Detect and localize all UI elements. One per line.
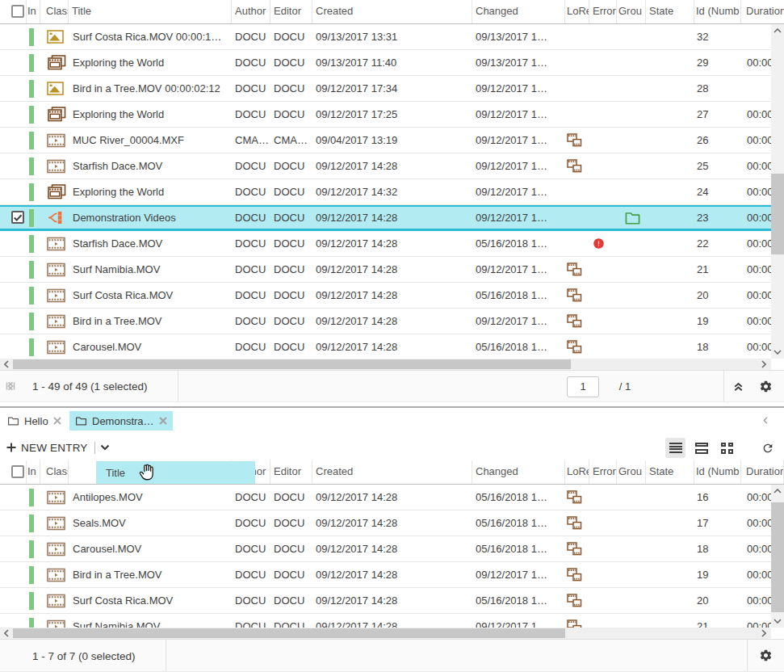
in-cell [27,231,40,256]
error-cell [589,485,617,510]
column-header-duration[interactable]: Duration [741,460,784,484]
close-icon[interactable] [53,414,61,428]
table-row[interactable]: Bird in a Tree.MOV DOCU DOCU 09/12/2017 … [0,309,784,334]
horizontal-scrollbar[interactable] [0,628,771,639]
scroll-left-arrow-icon[interactable] [1,359,12,370]
collapse-panel-button[interactable] [727,371,749,401]
tab-hello[interactable]: Hello [2,411,67,430]
table-row[interactable]: Starfish Dace.MOV DOCU DOCU 09/12/2017 1… [0,153,784,179]
column-header-class[interactable]: Class [40,0,69,23]
table-row[interactable]: Surf Costa Rica.MOV 00:00:1… DOCU DOCU 0… [0,24,784,50]
scrollbar-thumb[interactable] [771,502,784,612]
table-row[interactable]: Exploring the World DOCU DOCU 09/13/2017… [0,50,784,76]
checkbox-cell [0,588,27,613]
column-header-in[interactable]: In [27,0,40,23]
lowres-cell [565,614,589,628]
table-row[interactable]: Exploring the World DOCU DOCU 09/12/2017… [0,179,784,205]
table-row[interactable]: Surf Namibia.MOV DOCU DOCU 09/12/2017 14… [0,614,784,628]
scroll-down-arrow-icon[interactable] [771,346,784,358]
table-row[interactable]: Antilopes.MOV DOCU DOCU 09/12/2017 14:28… [0,485,784,510]
table-row[interactable]: Exploring the World DOCU DOCU 09/12/2017… [0,102,784,128]
horizontal-scrollbar[interactable] [0,359,771,370]
list-view-button[interactable] [665,438,685,458]
lowres-proxy-icon [567,516,582,530]
column-header-changed[interactable]: Changed [472,0,565,23]
column-header-editor[interactable]: Editor [270,0,312,23]
in-marker-bar [29,183,34,201]
vertical-scrollbar[interactable] [771,485,784,628]
panel-splitter[interactable] [0,406,784,408]
select-all-checkbox[interactable] [11,465,24,478]
column-header-created[interactable]: Created [312,0,472,23]
folder-icon [624,211,641,225]
created-cell: 09/12/2017 14:28 [312,205,472,230]
column-header-author[interactable]: Author [232,0,270,23]
table-row[interactable]: Starfish Dace.MOV DOCU DOCU 09/12/2017 1… [0,231,784,257]
column-header-in[interactable]: In [27,460,40,484]
lowres-proxy-icon [567,262,582,276]
settings-button[interactable] [754,371,777,401]
scroll-down-arrow-icon[interactable] [771,615,784,627]
error-cell [589,562,617,587]
scroll-up-arrow-icon[interactable] [771,25,784,36]
table-row[interactable]: Surf Costa Rica.MOV DOCU DOCU 09/12/2017… [0,283,784,309]
last-page-button[interactable] [0,371,21,401]
scrollbar-thumb[interactable] [771,174,784,254]
lowres-cell [565,76,589,101]
column-header-state[interactable]: State [646,0,694,23]
column-header-state[interactable]: State [646,460,694,484]
video-class-icon [47,490,65,505]
grid-view-button[interactable] [717,438,737,458]
scroll-left-arrow-icon[interactable] [1,628,12,639]
column-header-group[interactable]: Grou [617,460,646,484]
row-checkbox[interactable] [11,211,24,224]
scrollbar-thumb[interactable] [13,628,565,638]
scroll-right-arrow-icon[interactable] [758,359,769,370]
group-cell [617,309,646,334]
table-row[interactable]: Carousel.MOV DOCU DOCU 09/12/2017 14:28 … [0,334,784,359]
editor-cell: DOCU [270,50,312,75]
column-header-duration[interactable]: Duration [741,0,784,23]
column-header-created[interactable]: Created [312,460,472,484]
column-header-id[interactable]: Id (Numb [694,0,741,23]
table-row[interactable]: MUC River_00004.MXF CMA… CMA… 09/04/2017… [0,128,784,153]
table-row[interactable]: Surf Costa Rica.MOV DOCU DOCU 09/12/2017… [0,588,784,614]
column-header-error[interactable]: Error [589,460,617,484]
error-cell [589,102,617,127]
column-header-error[interactable]: Error [589,0,617,23]
page-number-input[interactable]: 1 [567,376,599,397]
column-header-group[interactable]: Grou [617,0,646,23]
column-header-lores[interactable]: LoRe [565,0,589,23]
table-row[interactable]: Seals.MOV DOCU DOCU 09/12/2017 14:28 05/… [0,510,784,536]
id-cell: 19 [694,309,741,334]
table-row[interactable]: Bird in a Tree.MOV 00:00:02:12 DOCU DOCU… [0,76,784,102]
lowres-cell [565,510,589,536]
collapse-chevron-left-icon[interactable] [758,413,773,427]
table-row[interactable]: Surf Namibia.MOV DOCU DOCU 09/12/2017 14… [0,257,784,283]
chevron-down-icon[interactable] [100,444,110,451]
settings-button[interactable] [754,640,777,671]
tab-demonstration-videos[interactable]: Demonstra… [69,411,173,430]
table-row[interactable]: Carousel.MOV DOCU DOCU 09/12/2017 14:28 … [0,536,784,562]
column-header-editor[interactable]: Editor [270,460,312,484]
column-header-class[interactable]: Class [40,460,69,484]
in-marker-bar [29,540,34,558]
table-row[interactable]: Bird in a Tree.MOV DOCU DOCU 09/12/2017 … [0,562,784,588]
rows-view-button[interactable] [691,438,711,458]
select-all-checkbox[interactable] [11,5,24,18]
vertical-scrollbar[interactable] [771,24,784,359]
table-row[interactable]: Demonstration Videos DOCU DOCU 09/12/201… [0,205,784,231]
column-header-title[interactable]: Title [69,0,232,23]
column-header-lores[interactable]: LoRe [565,460,589,484]
checkbox-cell [0,24,27,49]
scrollbar-thumb[interactable] [13,359,571,369]
list-view-icon [669,443,682,454]
scroll-right-arrow-icon[interactable] [758,628,769,639]
scroll-up-arrow-icon[interactable] [771,485,784,497]
refresh-button[interactable] [757,438,778,458]
column-header-id[interactable]: Id (Numb [694,460,741,484]
dragged-title-column-header[interactable]: Title [96,461,255,484]
close-icon[interactable] [159,414,167,428]
column-header-changed[interactable]: Changed [472,460,565,484]
new-entry-button[interactable]: NEW ENTRY [6,438,110,457]
